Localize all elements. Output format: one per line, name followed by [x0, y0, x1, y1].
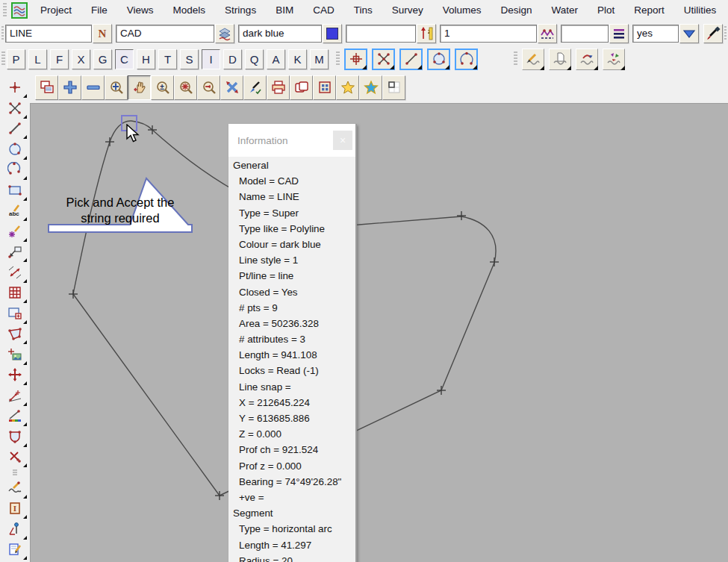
circle-snap-button[interactable]	[427, 49, 450, 70]
new-view-tool[interactable]	[4, 304, 26, 323]
eyedropper-button[interactable]	[703, 24, 723, 43]
colour-field[interactable]	[238, 25, 322, 43]
name-field-button[interactable]: N	[93, 24, 112, 43]
menu-bim[interactable]: BIM	[276, 1, 293, 19]
menu-plot[interactable]: Plot	[597, 1, 615, 19]
vertex-marker[interactable]	[490, 257, 499, 266]
rectangle-tool[interactable]	[4, 181, 26, 200]
point-tool[interactable]	[4, 78, 26, 97]
level-tool[interactable]	[4, 519, 26, 539]
line-tool[interactable]	[4, 119, 26, 138]
mode-button-i[interactable]: I	[202, 49, 220, 69]
zoom-previous-button[interactable]	[197, 75, 220, 100]
model-windows-button[interactable]	[313, 75, 336, 100]
cascade-windows-button[interactable]	[35, 75, 58, 100]
mode-button-q[interactable]: Q	[245, 49, 264, 69]
mode-button-d[interactable]: D	[223, 49, 242, 69]
menu-views[interactable]: Views	[127, 1, 154, 19]
arc-tool[interactable]	[4, 160, 26, 179]
delete-point-tool[interactable]	[4, 447, 26, 466]
menu-cad[interactable]: CAD	[313, 1, 335, 19]
toolbar-grip[interactable]	[514, 51, 517, 66]
zoom-all-button[interactable]	[174, 75, 197, 100]
corner-window-button[interactable]	[382, 75, 405, 100]
mode-button-k[interactable]: K	[288, 49, 307, 69]
mode-button-m[interactable]: M	[310, 49, 329, 69]
notes-tool[interactable]	[4, 540, 26, 559]
drawing-canvas[interactable]: Pick and Accept the string required Info…	[30, 103, 728, 562]
cancel-view-button[interactable]	[220, 75, 243, 100]
recycle-string-button[interactable]	[603, 49, 625, 70]
mode-button-f[interactable]: F	[50, 49, 69, 69]
height-field[interactable]	[346, 25, 416, 43]
linestyle-field-button[interactable]	[538, 24, 557, 43]
name-field[interactable]	[5, 25, 92, 43]
menu-strings[interactable]: Strings	[225, 1, 256, 19]
zoom-in-button[interactable]	[58, 75, 81, 100]
mode-button-a[interactable]: A	[267, 49, 285, 69]
menu-volumes[interactable]: Volumes	[443, 1, 482, 19]
toolbar-grip[interactable]	[336, 51, 340, 66]
shield-tool[interactable]	[4, 427, 26, 446]
move-tool[interactable]	[4, 365, 26, 384]
tinable-field[interactable]	[632, 25, 679, 43]
measure-tool[interactable]	[4, 263, 26, 282]
mode-button-c[interactable]: C	[115, 49, 134, 69]
redraw-button[interactable]	[243, 75, 267, 100]
colour-line-tool[interactable]	[4, 406, 26, 425]
translate-point-tool[interactable]	[4, 386, 26, 405]
mode-button-p[interactable]: P	[7, 49, 25, 69]
plot-button[interactable]	[267, 75, 290, 100]
linestyle-field[interactable]	[440, 25, 537, 43]
vertex-marker[interactable]	[457, 211, 466, 220]
weight-field-button[interactable]	[609, 24, 629, 43]
pan-button[interactable]	[128, 75, 151, 100]
menu-utilities[interactable]: Utilities	[684, 1, 717, 19]
toolbar-grip[interactable]	[724, 26, 727, 40]
menu-project[interactable]: Project	[40, 1, 72, 19]
mode-button-x[interactable]: X	[72, 49, 90, 69]
freehand-tool[interactable]	[4, 478, 26, 498]
line-snap-button[interactable]	[399, 49, 423, 70]
polygon-tool[interactable]	[4, 324, 26, 343]
grid-tool[interactable]	[4, 283, 26, 302]
text-tool[interactable]: abc	[4, 201, 26, 220]
close-icon[interactable]: ×	[333, 131, 352, 150]
colour-field-button[interactable]	[323, 24, 342, 43]
weight-field[interactable]	[561, 25, 609, 43]
toolbar-grip[interactable]	[1, 26, 4, 40]
mode-button-g[interactable]: G	[93, 49, 112, 69]
mode-button-s[interactable]: S	[180, 49, 199, 69]
symbol-tool[interactable]	[4, 222, 26, 241]
menu-water[interactable]: Water	[552, 1, 579, 19]
paste-point-tool[interactable]	[4, 242, 26, 261]
tinable-field-button[interactable]	[679, 24, 699, 43]
information-panel-header[interactable]: Information ×	[228, 124, 355, 157]
menu-survey[interactable]: Survey	[392, 1, 423, 19]
page-string-button[interactable]	[549, 49, 571, 70]
node-tool[interactable]	[4, 99, 26, 118]
vertex-marker[interactable]	[215, 491, 224, 500]
swap-string-button[interactable]	[576, 49, 598, 70]
mode-button-h[interactable]: H	[137, 49, 155, 69]
vertex-marker[interactable]	[69, 290, 78, 299]
arc-snap-button[interactable]	[455, 49, 478, 70]
height-field-button[interactable]: z	[417, 24, 436, 43]
star-blue-button[interactable]	[359, 75, 382, 100]
model-field[interactable]	[116, 25, 214, 43]
menu-design[interactable]: Design	[501, 1, 532, 19]
toolbar-grip[interactable]	[1, 51, 5, 66]
zoom-extents-button[interactable]	[105, 75, 128, 100]
vertex-marker[interactable]	[437, 386, 446, 395]
circle-tool[interactable]	[4, 140, 26, 159]
image-tool[interactable]	[4, 345, 26, 364]
point-snap-button[interactable]	[344, 49, 367, 70]
mode-button-l[interactable]: L	[28, 49, 47, 69]
zoom-range-button[interactable]: ±	[151, 75, 174, 100]
star-yellow-button[interactable]	[336, 75, 359, 100]
draw-string-button[interactable]	[522, 49, 544, 70]
toolbar-grip[interactable]	[3, 3, 7, 17]
copy-view-button[interactable]	[290, 75, 313, 100]
zoom-out-button[interactable]	[81, 75, 105, 100]
menu-tins[interactable]: Tins	[354, 1, 373, 19]
